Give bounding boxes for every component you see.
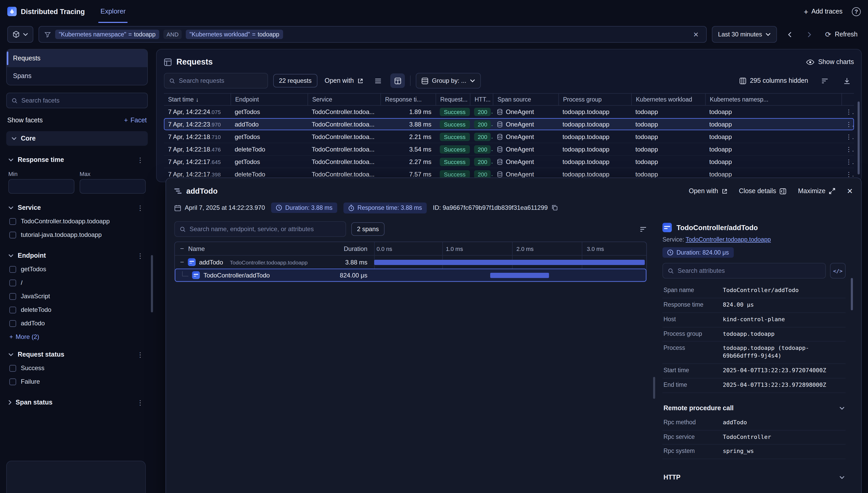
table-vertical-scrollbar[interactable] [858,102,860,174]
table-view-button[interactable] [390,73,405,88]
sidebar-scrollbar[interactable] [151,255,153,312]
table-row-selected[interactable]: 7 Apr, 14:22:23.970 addTodo TodoControll… [164,118,854,131]
help-button[interactable]: ? [852,7,861,16]
row-kebab-menu[interactable]: ⋮ [842,146,854,153]
sidebar-item-requests[interactable]: Requests [7,49,147,67]
span-row-selected[interactable]: TodoController/addTodo 824.00 μs [175,269,646,282]
span-duration-bar[interactable] [490,273,549,278]
checkbox[interactable] [9,365,16,371]
clear-filter-button[interactable]: ✕ [691,29,701,39]
maximize-button[interactable]: Maximize [798,187,836,195]
requests-search[interactable] [164,73,268,88]
response-time-max-field[interactable] [84,179,141,187]
col-start-time[interactable]: Start time↓ [164,94,230,105]
attribute-search[interactable] [663,263,826,279]
facet-option-endpoint-0[interactable]: getTodos [6,262,148,276]
rpc-section-header[interactable]: Remote procedure call [663,401,846,415]
facet-option-endpoint-1[interactable]: / [6,276,148,290]
facet-option-service-0[interactable]: TodoController.todoapp.todoapp [6,214,148,228]
facet-section-endpoint[interactable]: Endpoint ⋮ [6,249,148,262]
waterfall-settings-button[interactable] [640,226,647,232]
facet-option-endpoint-3[interactable]: deleteTodo [6,303,148,317]
facet-option-service-1[interactable]: tutorial-java.todoapp.todoapp [6,228,148,241]
endpoint-more-button[interactable]: + More (2) [9,333,145,341]
row-kebab-menu[interactable]: ⋮ [842,158,854,165]
facet-search[interactable] [6,93,148,108]
col-http-status[interactable]: HTT... [470,94,493,105]
response-time-min-field[interactable] [13,179,70,187]
kebab-menu-icon[interactable]: ⋮ [135,204,146,212]
col-service[interactable]: Service [308,94,380,105]
filter-token-workload[interactable]: "Kubernetes workload" = todoapp [186,30,283,39]
checkbox[interactable] [9,378,16,385]
row-density-button[interactable] [818,73,832,88]
attribute-search-input[interactable] [677,267,821,274]
facet-section-service[interactable]: Service ⋮ [6,201,148,214]
filter-token-namespace[interactable]: "Kubernetes namespace" = todoapp [55,30,159,39]
checkbox[interactable] [9,293,16,300]
attributes-scrollbar[interactable] [851,278,853,310]
facet-section-request-status[interactable]: Request status ⋮ [6,348,148,361]
kebab-menu-icon[interactable]: ⋮ [135,156,146,164]
list-view-button[interactable] [371,73,385,88]
facet-section-span-status[interactable]: Span status ⋮ [6,395,148,409]
checkbox[interactable] [9,279,16,286]
table-row[interactable]: 7 Apr, 14:22:24.075 getTodos TodoControl… [164,106,854,118]
col-process-group[interactable]: Process group [558,94,631,105]
col-k8s-workload[interactable]: Kubernetes workload [631,94,705,105]
row-kebab-menu[interactable]: ⋮ [842,171,854,178]
columns-hidden-button[interactable]: 295 columns hidden [737,77,810,84]
http-section-header[interactable]: HTTP [663,471,846,485]
col-k8s-namespace[interactable]: Kubernetes namesp... [705,94,842,105]
checkbox[interactable] [9,320,16,327]
entity-type-dropdown[interactable] [7,26,33,43]
table-row[interactable]: 7 Apr, 14:22:18.476 deleteTodo TodoContr… [164,143,854,156]
table-row[interactable]: 7 Apr, 14:22:17.645 getTodos TodoControl… [164,156,854,168]
col-response-time[interactable]: Response ti... [380,94,436,105]
details-scrollbar[interactable] [653,377,655,399]
col-span-source[interactable]: Span source [493,94,558,105]
facet-section-core[interactable]: Core [6,131,148,146]
refresh-button[interactable]: ⟳ Refresh [822,30,861,39]
col-request-status[interactable]: Request... [436,94,470,105]
kebab-menu-icon[interactable]: ⋮ [135,252,146,259]
facet-option-status-success[interactable]: Success [6,361,148,375]
group-by-dropdown[interactable]: Group by: ... [416,73,481,88]
service-link[interactable]: TodoController.todoapp.todoapp [686,236,771,242]
close-icon[interactable]: ✕ [847,187,853,195]
span-row[interactable]: − addTodo TodoController.todoapp.todoapp… [175,256,646,269]
collapse-icon[interactable]: − [180,258,184,266]
col-endpoint[interactable]: Endpoint [230,94,308,105]
show-charts-button[interactable]: Show charts [806,58,854,66]
time-back-button[interactable] [782,26,797,42]
table-row[interactable]: 7 Apr, 14:22:18.710 getTodos TodoControl… [164,131,854,143]
download-button[interactable] [839,73,854,88]
close-details-button[interactable]: Close details [739,187,786,195]
span-search-input[interactable] [190,226,341,233]
add-facet-button[interactable]: + Facet [124,116,147,124]
tab-explorer[interactable]: Explorer [98,0,128,23]
facet-option-endpoint-4[interactable]: addTodo [6,317,148,330]
requests-search-input[interactable] [179,77,263,84]
kebab-menu-icon[interactable]: ⋮ [135,350,146,359]
add-traces-button[interactable]: + Add traces [804,7,843,15]
checkbox[interactable] [9,218,16,224]
copy-icon[interactable] [551,205,558,211]
open-with-button[interactable]: Open with [322,77,365,84]
time-range-dropdown[interactable]: Last 30 minutes [712,26,777,43]
facet-option-endpoint-2[interactable]: JavaScript [6,290,148,303]
span-search[interactable] [174,221,346,237]
code-view-button[interactable]: </> [830,263,846,279]
row-kebab-menu[interactable]: ⋮ [842,133,854,140]
facet-search-input[interactable] [21,97,142,104]
row-kebab-menu[interactable]: ⋮ [842,108,854,115]
facet-option-status-failure[interactable]: Failure [6,375,148,388]
facet-section-response-time[interactable]: Response time ⋮ [6,153,148,167]
filter-query-input[interactable]: "Kubernetes namespace" = todoapp AND "Ku… [39,26,707,43]
details-open-with-button[interactable]: Open with [689,187,728,195]
checkbox[interactable] [9,266,16,273]
row-kebab-menu[interactable]: ⋮ [842,121,854,128]
span-duration-bar[interactable] [374,259,645,265]
kebab-menu-icon[interactable]: ⋮ [135,399,146,406]
checkbox[interactable] [9,231,16,238]
